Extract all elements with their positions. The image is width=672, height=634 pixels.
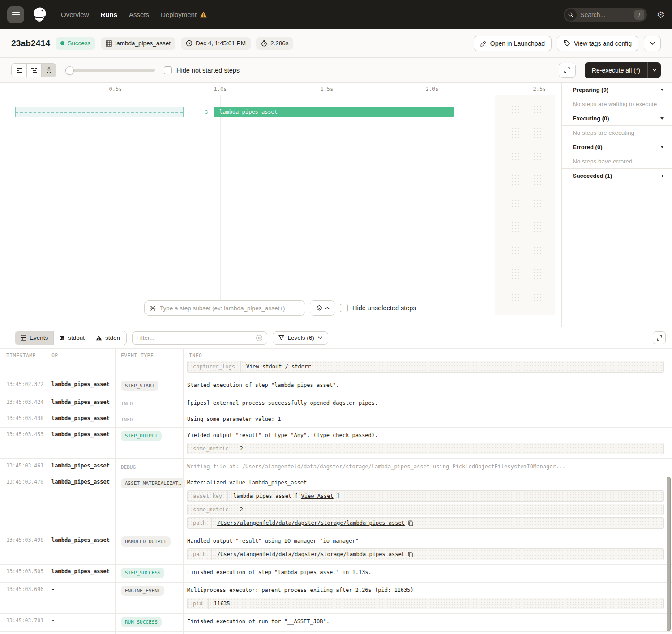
metadata-text: lambda_pipes_asset [: [233, 493, 298, 499]
view-mode-timed-button[interactable]: [41, 64, 56, 77]
tab-stderr[interactable]: stderr: [90, 331, 126, 345]
metadata-value: 2: [234, 504, 248, 515]
events-table-header: TIMESTAMP OP EVENT TYPE INFO: [0, 348, 672, 362]
reexecute-all-button[interactable]: Re-execute all (*): [585, 62, 647, 78]
zoom-slider-knob[interactable]: [65, 66, 74, 75]
section-errored[interactable]: Errored (0): [562, 140, 672, 154]
view-mode-waterfall-button[interactable]: [26, 64, 41, 77]
view-mode-flat-button[interactable]: [12, 64, 26, 77]
gantt-fullscreen-button[interactable]: [559, 63, 576, 78]
event-row[interactable]: 13:45:03.696-ENGINE_EVENTMultiprocess ex…: [0, 583, 672, 614]
nav-overview[interactable]: Overview: [61, 11, 89, 18]
status-badge[interactable]: Success: [56, 37, 95, 50]
open-in-launchpad-label: Open in Launchpad: [490, 40, 545, 47]
run-actions-dropdown-button[interactable]: [644, 36, 661, 51]
event-timestamp: 13:45:03.716: [0, 632, 46, 634]
event-row[interactable]: 13:45:03.470lambda_pipes_assetASSET_MATE…: [0, 475, 672, 533]
hide-not-started-toggle[interactable]: Hide not started steps: [164, 66, 240, 74]
metadata-key: pid: [188, 598, 209, 609]
events-rows: captured_logsView stdout / stderr13:45:0…: [0, 362, 672, 634]
event-op: lambda_pipes_asset: [46, 565, 116, 582]
event-info-text: Yielded output "result" of type "Any". (…: [187, 431, 666, 439]
hide-not-started-checkbox[interactable]: [164, 66, 172, 74]
reexecute-options-button[interactable]: [647, 62, 661, 78]
section-succeeded[interactable]: Succeeded (1): [562, 169, 672, 183]
copy-icon[interactable]: [408, 520, 413, 526]
hide-not-started-label: Hide not started steps: [176, 67, 240, 74]
event-timestamp: 13:45:03.461: [0, 459, 46, 475]
menu-button[interactable]: [7, 6, 24, 23]
metadata-table: asset_keylambda_pipes_asset [View Asset]: [187, 490, 664, 502]
event-info-cell: Process for run exited (pid: 11635).: [184, 632, 672, 634]
event-timestamp: [0, 362, 46, 377]
zoom-slider-track[interactable]: [65, 69, 155, 72]
section-executing[interactable]: Executing (0): [562, 111, 672, 126]
metadata-key: some_metric: [188, 504, 234, 515]
filter-box[interactable]: [132, 331, 267, 345]
section-preparing[interactable]: Preparing (0): [562, 83, 672, 97]
open-in-launchpad-button[interactable]: Open in Launchpad: [474, 36, 552, 51]
tab-events[interactable]: Events: [15, 331, 53, 345]
events-fullscreen-button[interactable]: [653, 331, 666, 344]
copy-icon[interactable]: [408, 552, 413, 557]
view-tags-config-button[interactable]: View tags and config: [557, 36, 638, 51]
event-row[interactable]: captured_logsView stdout / stderr: [0, 362, 672, 377]
gantt-gridline: [116, 95, 116, 315]
gantt-step-bar[interactable]: lambda_pipes_asset: [214, 107, 454, 117]
tab-stdout[interactable]: stdout: [53, 331, 90, 345]
event-type-cell: ENGINE_EVENT: [116, 632, 184, 634]
gantt-chart: 0.5s 1.0s 1.5s 2.0s 2.5s lambda_pipes_as…: [0, 83, 562, 327]
gantt-timeline-header: 0.5s 1.0s 1.5s 2.0s 2.5s: [0, 83, 561, 95]
gantt-gridline: [220, 95, 221, 315]
layers-icon: [316, 305, 322, 311]
collapse-layers-button[interactable]: [310, 300, 335, 316]
event-row[interactable]: 13:45:03.701-RUN_SUCCESSFinished executi…: [0, 614, 672, 632]
event-row[interactable]: 13:45:03.498lambda_pipes_assetHANDLED_OU…: [0, 533, 672, 565]
timer-icon: [46, 67, 52, 73]
event-row[interactable]: 13:45:03.438lambda_pipes_assetINFOUsing …: [0, 411, 672, 428]
collapse-triangle-icon: [660, 146, 664, 148]
filter-input[interactable]: [137, 334, 253, 341]
step-start-marker-icon: [205, 110, 208, 114]
metadata-link[interactable]: /Users/alangenfeld/data/dagster/storage/…: [217, 551, 405, 557]
event-type-cell: [116, 362, 184, 377]
search-box[interactable]: /: [564, 8, 647, 22]
event-info-cell: Multiprocess executor: parent process ex…: [184, 583, 672, 613]
metadata-table: path/Users/alangenfeld/data/dagster/stor…: [187, 517, 664, 529]
stderr-warning-icon: [96, 335, 102, 341]
hide-unselected-toggle[interactable]: Hide unselected steps: [340, 304, 416, 312]
event-row[interactable]: 13:45:03.453lambda_pipes_assetSTEP_OUTPU…: [0, 428, 672, 459]
settings-gear-icon[interactable]: ⚙: [657, 10, 665, 19]
clear-filter-icon[interactable]: [256, 334, 263, 342]
nav-runs[interactable]: Runs: [101, 11, 118, 18]
metadata-link[interactable]: View stdout / stderr: [246, 364, 311, 370]
nav-assets[interactable]: Assets: [129, 11, 149, 18]
step-subset-input-box[interactable]: [144, 300, 305, 316]
search-input[interactable]: [580, 11, 631, 18]
metadata-link[interactable]: View Asset: [301, 493, 334, 499]
event-info-text: Writing file at: /Users/alangenfeld/data…: [187, 463, 666, 471]
zoom-slider[interactable]: [65, 66, 155, 75]
events-scrollbar-thumb[interactable]: [667, 477, 671, 631]
hide-unselected-checkbox[interactable]: [340, 304, 348, 312]
event-row[interactable]: 13:45:02.372lambda_pipes_assetSTEP_START…: [0, 377, 672, 395]
event-row[interactable]: 13:45:03.505lambda_pipes_assetSTEP_SUCCE…: [0, 565, 672, 583]
event-type-badge: STEP_SUCCESS: [121, 568, 164, 578]
events-table-icon: [21, 335, 26, 341]
event-row[interactable]: 13:45:03.461lambda_pipes_assetDEBUGWriti…: [0, 459, 672, 475]
event-timestamp: 13:45:03.696: [0, 583, 46, 613]
levels-filter-button[interactable]: Levels (6): [273, 331, 328, 345]
metadata-link[interactable]: /Users/alangenfeld/data/dagster/storage/…: [217, 520, 405, 526]
section-caption: No steps have errored: [573, 158, 633, 165]
event-row[interactable]: 13:45:03.424lambda_pipes_assetINFO[pipes…: [0, 395, 672, 411]
nested-list-icon: [31, 68, 37, 73]
step-subset-input[interactable]: [160, 305, 300, 312]
timeline-tick: 0.5s: [109, 83, 122, 95]
event-row[interactable]: 13:45:03.716-ENGINE_EVENTProcess for run…: [0, 632, 672, 634]
dagster-logo[interactable]: [30, 5, 49, 24]
job-tag[interactable]: lambda_pipes_asset: [101, 37, 175, 50]
metadata-table: some_metric2: [187, 504, 664, 515]
event-type-cell: STEP_OUTPUT: [116, 428, 184, 458]
nav-deployment[interactable]: Deployment: [161, 11, 197, 18]
run-duration-tag: 2.286s: [256, 37, 294, 50]
